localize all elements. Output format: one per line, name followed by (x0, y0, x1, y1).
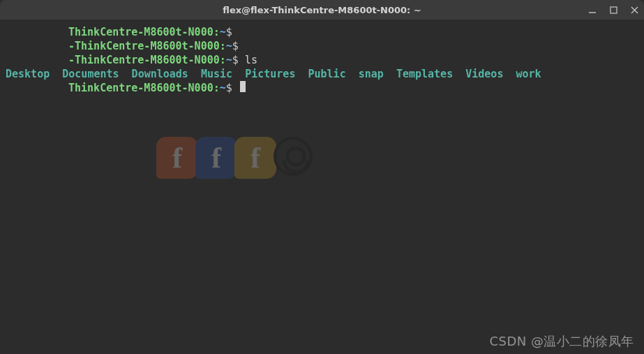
csdn-watermark: CSDN @温小二的徐凤年 (489, 334, 634, 348)
svg-rect-1 (611, 7, 617, 13)
prompt-sep: : (214, 25, 220, 39)
command-text: ls (239, 53, 257, 67)
background-watermark-logos: f f f (156, 137, 310, 179)
minimize-button[interactable] (587, 4, 598, 15)
penguin-logo-icon (274, 137, 313, 176)
prompt-line: ThinkCentre-M8600t-N000:~$ (6, 25, 638, 39)
prompt-line-current: ThinkCentre-M8600t-N000:~$ (6, 81, 638, 95)
prompt-path: ~ (226, 53, 232, 67)
close-button[interactable] (629, 4, 640, 15)
fedora-logo-icon: f (234, 137, 276, 179)
prompt-host: ThinkCentre-M8600t-N000 (75, 39, 220, 53)
prompt-host: ThinkCentre-M8600t-N000 (68, 25, 214, 39)
redacted-user (6, 25, 68, 39)
redacted-user (6, 39, 68, 53)
prompt-host: ThinkCentre-M8600t-N000 (75, 53, 220, 67)
prompt-symbol: $ (226, 81, 232, 95)
prompt-path: ~ (226, 39, 232, 53)
prompt-path: ~ (220, 25, 226, 39)
prompt-symbol: $ (226, 25, 232, 39)
redacted-user (6, 81, 68, 95)
prompt-host: ThinkCentre-M8600t-N000 (68, 81, 214, 95)
prompt-symbol: $ (232, 39, 239, 53)
prompt-symbol: $ (232, 53, 239, 67)
maximize-button[interactable] (608, 4, 619, 15)
prompt-line: -ThinkCentre-M8600t-N000:~$ ls (6, 53, 638, 67)
titlebar[interactable]: flex@flex-ThinkCentre-M8600t-N000: ~ (0, 0, 644, 20)
prompt-sep: : (220, 39, 226, 53)
fedora-logo-icon: f (195, 137, 237, 179)
ls-output: Desktop Documents Downloads Music Pictur… (6, 67, 638, 81)
fedora-logo-icon: f (156, 137, 198, 179)
redacted-user (6, 53, 68, 67)
text-cursor-icon (240, 81, 246, 92)
prompt-sep: : (220, 53, 226, 67)
window-title: flex@flex-ThinkCentre-M8600t-N000: ~ (223, 5, 421, 15)
prompt-path: ~ (220, 81, 226, 95)
window-controls (587, 0, 640, 20)
prompt-line: -ThinkCentre-M8600t-N000:~$ (6, 39, 638, 53)
terminal-body[interactable]: f f f ThinkCentre-M8600t-N000:~$ -ThinkC… (0, 20, 644, 354)
terminal-window: flex@flex-ThinkCentre-M8600t-N000: ~ f f… (0, 0, 644, 354)
prompt-sep: : (214, 81, 220, 95)
